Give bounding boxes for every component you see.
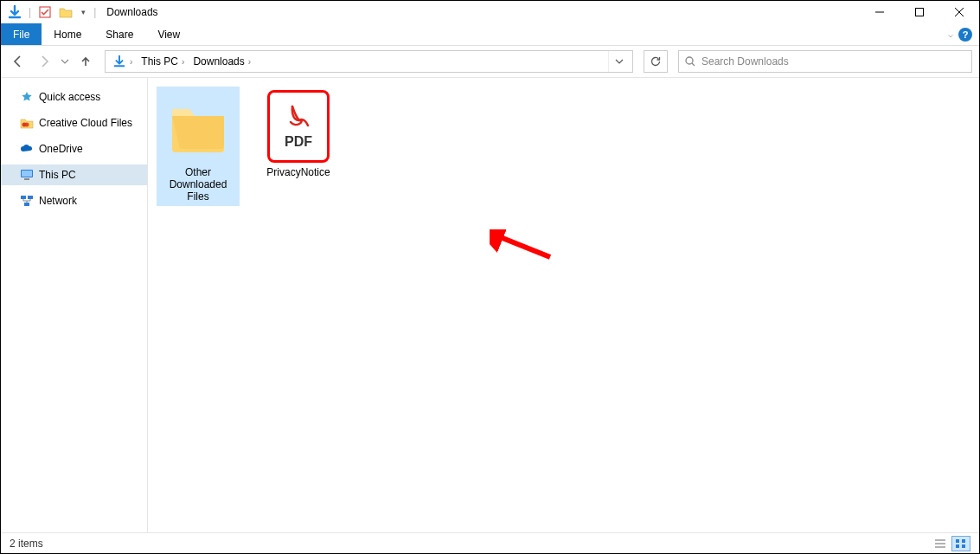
window-controls xyxy=(860,1,979,23)
sidebar-item-label: This PC xyxy=(39,169,76,181)
address-icon[interactable]: › xyxy=(109,51,136,72)
navigation-sidebar: Quick access Creative Cloud Files OneDri… xyxy=(1,78,148,532)
monitor-icon xyxy=(20,168,34,182)
sidebar-item-onedrive[interactable]: OneDrive xyxy=(1,138,147,159)
ribbon-options-icon[interactable]: ⌵ xyxy=(948,29,953,39)
creative-cloud-icon xyxy=(20,116,34,130)
svg-point-2 xyxy=(686,57,693,64)
pdf-file-item[interactable]: PDF PrivacyNotice xyxy=(257,87,340,182)
item-count: 2 items xyxy=(10,538,43,550)
sidebar-item-network[interactable]: Network xyxy=(1,190,147,211)
breadcrumb-downloads[interactable]: Downloads › xyxy=(189,51,254,72)
separator: | xyxy=(92,6,98,18)
downloads-arrow-icon[interactable] xyxy=(6,3,23,21)
refresh-button[interactable] xyxy=(644,50,668,73)
view-mode-toggles xyxy=(931,536,970,551)
breadcrumb-this-pc[interactable]: This PC › xyxy=(138,51,188,72)
sidebar-item-label: Quick access xyxy=(39,91,100,103)
chevron-right-icon[interactable]: › xyxy=(182,57,184,67)
search-box[interactable] xyxy=(678,50,972,73)
svg-rect-16 xyxy=(962,544,965,548)
qat-dropdown-icon[interactable]: ▾ xyxy=(78,3,88,21)
sidebar-item-quick-access[interactable]: Quick access xyxy=(1,87,147,107)
status-bar: 2 items xyxy=(1,532,979,553)
address-bar[interactable]: › This PC › Downloads › xyxy=(105,50,633,73)
folder-icon xyxy=(160,90,236,163)
maximize-button[interactable] xyxy=(900,1,939,23)
cloud-icon xyxy=(20,142,34,156)
svg-rect-6 xyxy=(22,171,32,177)
minimize-button[interactable] xyxy=(860,1,900,23)
svg-rect-7 xyxy=(24,178,29,180)
close-button[interactable] xyxy=(939,1,979,23)
home-tab[interactable]: Home xyxy=(42,23,93,45)
breadcrumb-label: This PC xyxy=(141,55,178,68)
svg-point-4 xyxy=(25,123,29,127)
pdf-file-label: PrivacyNotice xyxy=(260,163,336,178)
help-icon[interactable]: ? xyxy=(958,28,972,42)
svg-line-11 xyxy=(498,236,550,257)
view-tab[interactable]: View xyxy=(145,23,192,45)
svg-rect-9 xyxy=(28,196,33,199)
sidebar-item-this-pc[interactable]: This PC xyxy=(1,164,147,185)
breadcrumb-label: Downloads xyxy=(193,55,244,68)
sidebar-item-label: Creative Cloud Files xyxy=(39,117,132,129)
svg-rect-10 xyxy=(24,203,29,206)
up-button[interactable] xyxy=(75,51,96,72)
details-view-button[interactable] xyxy=(931,536,950,551)
address-history-dropdown[interactable] xyxy=(608,51,629,72)
pdf-badge: PDF xyxy=(285,134,312,150)
svg-rect-13 xyxy=(956,539,959,543)
search-input[interactable] xyxy=(701,55,966,68)
network-icon xyxy=(20,194,34,208)
icons-view-button[interactable] xyxy=(951,536,970,551)
folder-item[interactable]: Other Downloaded Files xyxy=(157,87,240,206)
quick-access-toolbar: | ▾ | Downloads xyxy=(1,3,158,21)
annotation-arrow xyxy=(490,229,559,264)
chevron-right-icon[interactable]: › xyxy=(248,57,251,67)
share-tab[interactable]: Share xyxy=(93,23,145,45)
recent-dropdown-icon[interactable] xyxy=(60,51,70,72)
svg-rect-15 xyxy=(956,544,959,548)
folder-small-icon[interactable] xyxy=(57,3,74,21)
ribbon-menu: File Home Share View ⌵ ? xyxy=(1,23,979,46)
sidebar-item-label: OneDrive xyxy=(39,143,83,155)
sidebar-item-label: Network xyxy=(39,195,77,207)
navigation-bar: › This PC › Downloads › xyxy=(1,46,979,77)
svg-rect-8 xyxy=(21,196,26,199)
chevron-right-icon[interactable]: › xyxy=(130,57,132,67)
svg-rect-1 xyxy=(916,9,924,16)
pdf-icon: PDF xyxy=(260,90,336,163)
separator: | xyxy=(27,6,33,18)
file-list[interactable]: Other Downloaded Files PDF PrivacyNotice xyxy=(148,78,979,532)
properties-icon[interactable] xyxy=(36,3,54,21)
svg-rect-14 xyxy=(962,539,965,543)
file-tab[interactable]: File xyxy=(1,23,42,45)
star-icon xyxy=(20,90,34,104)
folder-label: Other Downloaded Files xyxy=(160,163,236,203)
search-icon xyxy=(684,55,696,68)
main-area: Quick access Creative Cloud Files OneDri… xyxy=(1,77,979,532)
title-bar: | ▾ | Downloads xyxy=(1,1,979,23)
sidebar-item-creative-cloud[interactable]: Creative Cloud Files xyxy=(1,113,147,133)
back-button[interactable] xyxy=(8,51,29,72)
window-title: Downloads xyxy=(106,6,157,18)
forward-button[interactable] xyxy=(34,51,54,72)
